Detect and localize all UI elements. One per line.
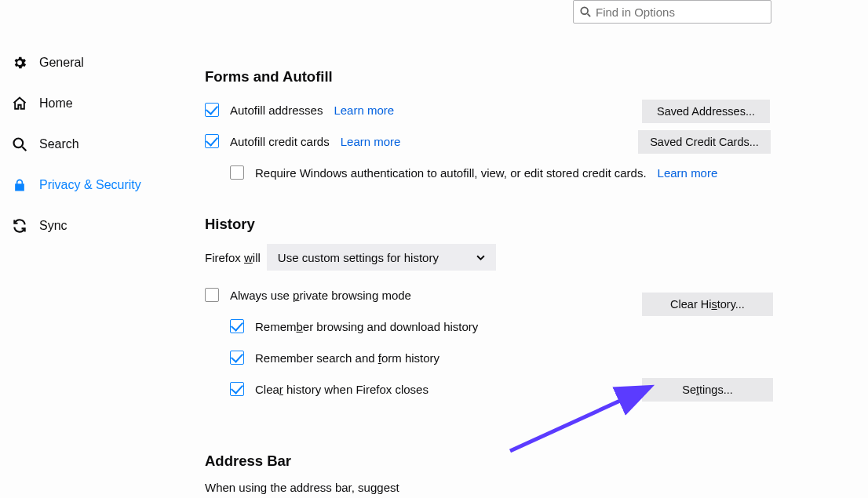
saved-addresses-button[interactable]: Saved Addresses... — [642, 100, 770, 123]
sidebar-item-search[interactable]: Search — [10, 131, 183, 158]
svg-point-0 — [581, 7, 588, 14]
autofill-addresses-checkbox[interactable] — [205, 103, 219, 117]
autofill-addresses-label: Autofill addresses — [230, 104, 323, 117]
sync-icon — [10, 216, 29, 235]
home-icon — [10, 94, 29, 113]
sidebar-item-label: Home — [39, 96, 73, 111]
svg-point-2 — [14, 139, 24, 148]
main-content: Forms and Autofill Autofill addresses Le… — [205, 68, 852, 494]
autofill-cards-checkbox[interactable] — [205, 134, 219, 148]
remember-search-checkbox[interactable] — [230, 351, 244, 365]
search-icon — [10, 135, 29, 154]
sidebar: General Home Search Privacy & Security S… — [10, 49, 183, 253]
lock-icon — [10, 176, 29, 194]
always-private-checkbox[interactable] — [205, 288, 219, 302]
gear-icon — [10, 53, 29, 72]
learn-more-link[interactable]: Learn more — [341, 135, 401, 148]
search-icon — [580, 6, 591, 17]
sidebar-item-label: Privacy & Security — [39, 178, 141, 192]
winauth-checkbox[interactable] — [230, 165, 244, 180]
clear-on-close-checkbox[interactable] — [230, 382, 244, 396]
sidebar-item-label: Search — [39, 137, 79, 151]
settings-button[interactable]: Settings... — [642, 378, 773, 402]
firefox-will-label: Firefox will — [205, 251, 261, 264]
find-in-options[interactable] — [573, 0, 771, 24]
history-mode-value: Use custom settings for history — [278, 251, 439, 264]
addressbar-title: Address Bar — [205, 453, 852, 470]
chevron-down-icon — [476, 253, 485, 262]
winauth-label: Require Windows authentication to autofi… — [255, 166, 647, 180]
svg-line-3 — [22, 147, 26, 151]
clear-history-button[interactable]: Clear History... — [642, 293, 773, 316]
sidebar-item-general[interactable]: General — [10, 49, 183, 76]
sidebar-item-sync[interactable]: Sync — [10, 213, 183, 239]
svg-line-1 — [588, 14, 591, 17]
remember-browsing-label: Remember browsing and download history — [255, 320, 478, 333]
learn-more-link[interactable]: Learn more — [334, 104, 394, 117]
autofill-cards-label: Autofill credit cards — [230, 135, 330, 148]
sidebar-item-home[interactable]: Home — [10, 90, 183, 117]
remember-search-label: Remember search and form history — [255, 351, 439, 365]
sidebar-item-label: Sync — [39, 219, 67, 233]
history-title: History — [205, 216, 852, 233]
clear-on-close-label: Clear history when Firefox closes — [255, 383, 429, 396]
remember-browsing-checkbox[interactable] — [230, 319, 244, 333]
addressbar-subtitle: When using the address bar, suggest — [205, 481, 852, 494]
sidebar-item-privacy-security[interactable]: Privacy & Security — [10, 172, 183, 198]
search-input[interactable] — [596, 5, 764, 19]
always-private-label: Always use private browsing mode — [230, 289, 411, 302]
sidebar-item-label: General — [39, 56, 84, 70]
learn-more-link[interactable]: Learn more — [658, 166, 718, 180]
history-mode-select[interactable]: Use custom settings for history — [267, 244, 496, 271]
saved-credit-cards-button[interactable]: Saved Credit Cards... — [638, 130, 771, 154]
forms-title: Forms and Autofill — [205, 68, 852, 85]
